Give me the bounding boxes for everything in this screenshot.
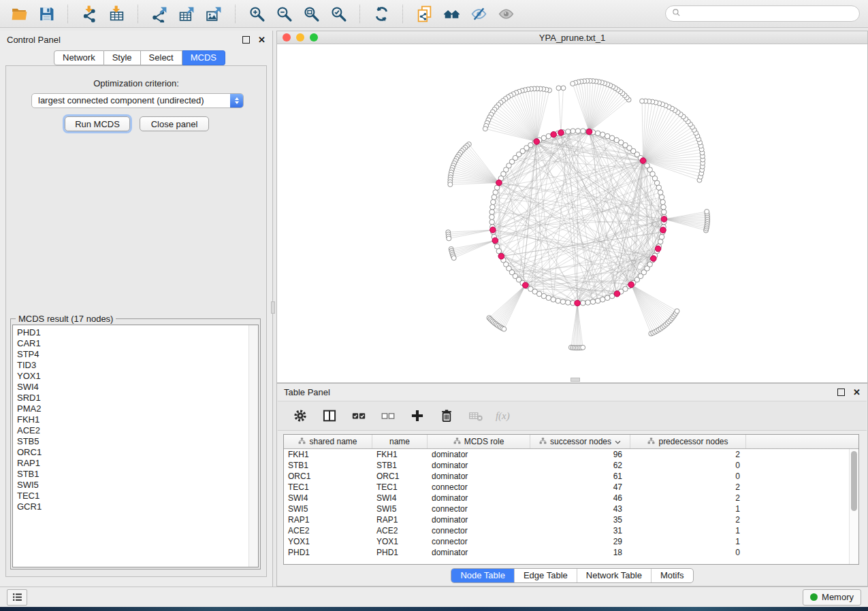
- mcds-result-item[interactable]: STB5: [13, 436, 258, 447]
- svg-text:f(x): f(x): [496, 410, 510, 422]
- hide-selected-icon[interactable]: [468, 3, 490, 24]
- table-row[interactable]: ORC1ORC1dominator610: [284, 471, 858, 482]
- deselect-all-icon[interactable]: [378, 406, 398, 425]
- column-header-label: MCDS role: [464, 437, 504, 446]
- mcds-result-item[interactable]: TEC1: [13, 491, 258, 501]
- save-session-icon[interactable]: [35, 3, 58, 24]
- close-panel-button[interactable]: Close panel: [140, 116, 209, 131]
- memory-button[interactable]: Memory: [803, 589, 861, 606]
- table-row[interactable]: YOX1YOX1connector291: [284, 536, 858, 547]
- import-table-icon[interactable]: [106, 3, 128, 24]
- mcds-result-item[interactable]: GCR1: [13, 501, 258, 512]
- table-cell: 1: [630, 536, 746, 547]
- table-row[interactable]: SWI4SWI4dominator462: [284, 493, 858, 503]
- tab-network[interactable]: Network: [54, 50, 104, 65]
- column-header-mcds-role[interactable]: MCDS role: [428, 435, 530, 448]
- network-canvas[interactable]: [277, 44, 867, 382]
- bottom-tab-motifs[interactable]: Motifs: [651, 569, 693, 582]
- zoom-selected-icon[interactable]: [327, 3, 350, 24]
- show-columns-icon[interactable]: [319, 406, 340, 425]
- tab-mcds[interactable]: MCDS: [182, 50, 225, 65]
- select-all-icon[interactable]: [349, 406, 369, 425]
- delete-column-icon[interactable]: [436, 406, 457, 425]
- create-column-icon[interactable]: [407, 406, 428, 425]
- mcds-result-item[interactable]: SWI5: [13, 480, 258, 491]
- network-graph[interactable]: [277, 44, 867, 382]
- task-history-button[interactable]: [7, 589, 27, 606]
- mcds-result-item[interactable]: SRD1: [13, 393, 258, 403]
- table-row[interactable]: PHD1PHD1dominator180: [284, 547, 858, 558]
- close-panel-icon[interactable]: ✕: [258, 35, 266, 44]
- table-cell: RAP1: [372, 514, 428, 525]
- mcds-result-item[interactable]: CAR1: [13, 338, 258, 349]
- tab-select[interactable]: Select: [141, 50, 182, 65]
- mcds-result-item[interactable]: STB1: [13, 469, 258, 480]
- window-minimize-icon[interactable]: [296, 33, 304, 42]
- result-list-scrollbar[interactable]: [248, 325, 258, 567]
- graph-ring-node: [489, 220, 495, 225]
- mcds-result-item[interactable]: YOX1: [13, 371, 258, 382]
- bottom-tab-edge-table[interactable]: Edge Table: [514, 569, 577, 582]
- mcds-result-item[interactable]: PMA2: [13, 403, 258, 414]
- optimization-criterion-label: Optimization criterion:: [6, 78, 266, 88]
- mcds-result-item[interactable]: PHD1: [13, 327, 258, 338]
- zoom-out-icon[interactable]: [273, 3, 295, 24]
- table-row[interactable]: SWI5SWI5connector431: [284, 503, 858, 514]
- table-cell: 96: [530, 449, 630, 460]
- mcds-result-item[interactable]: TID3: [13, 360, 258, 371]
- graph-hub-node: [490, 227, 496, 233]
- table-cell: TEC1: [372, 482, 428, 493]
- network-window-titlebar[interactable]: YPA_prune.txt_1: [277, 31, 867, 44]
- export-network-icon[interactable]: [148, 3, 171, 24]
- float-table-panel-icon[interactable]: [837, 389, 845, 396]
- bottom-tab-node-table[interactable]: Node Table: [451, 569, 514, 582]
- table-scrollbar[interactable]: [849, 449, 858, 564]
- table-settings-icon[interactable]: [290, 406, 310, 425]
- table-row[interactable]: STB1STB1dominator620: [284, 460, 858, 471]
- table-cell: dominator: [428, 460, 530, 471]
- refresh-icon[interactable]: [370, 3, 393, 24]
- show-all-icon[interactable]: [495, 3, 517, 24]
- window-close-icon[interactable]: [283, 33, 291, 42]
- tab-style[interactable]: Style: [104, 50, 141, 65]
- column-header-name[interactable]: name: [372, 435, 428, 448]
- optimization-criterion-select[interactable]: largest connected component (undirected): [31, 93, 244, 108]
- zoom-in-icon[interactable]: [246, 3, 268, 24]
- table-cell: 1: [630, 503, 746, 514]
- export-image-icon[interactable]: [203, 3, 225, 24]
- search-box[interactable]: [665, 5, 860, 22]
- mcds-result-item[interactable]: FKH1: [13, 414, 258, 425]
- zoom-fit-icon[interactable]: [300, 3, 323, 24]
- mcds-result-item[interactable]: SWI4: [13, 382, 258, 393]
- mcds-result-item[interactable]: ORC1: [13, 447, 258, 458]
- table-cell: connector: [428, 482, 530, 493]
- table-cell: dominator: [428, 471, 530, 482]
- bottom-tab-network-table[interactable]: Network Table: [577, 569, 651, 582]
- graph-ring-node: [661, 205, 666, 210]
- export-table-icon[interactable]: [176, 3, 198, 24]
- main-toolbar: [0, 0, 868, 28]
- column-header-predecessor-nodes[interactable]: predecessor nodes: [630, 435, 746, 448]
- column-header-shared-name[interactable]: shared name: [284, 435, 372, 448]
- new-network-from-selection-icon[interactable]: [413, 3, 436, 24]
- column-header-successor-nodes[interactable]: successor nodes: [530, 435, 630, 448]
- close-table-panel-icon[interactable]: ✕: [853, 388, 861, 397]
- horizontal-splitter-handle[interactable]: [570, 378, 580, 382]
- search-input[interactable]: [685, 8, 853, 20]
- table-row[interactable]: TEC1TEC1connector472: [284, 482, 858, 493]
- run-mcds-button[interactable]: Run MCDS: [65, 116, 130, 131]
- mcds-result-item[interactable]: RAP1: [13, 458, 258, 469]
- mcds-result-item[interactable]: ACE2: [13, 425, 258, 436]
- table-scrollbar-thumb[interactable]: [851, 451, 857, 511]
- table-row[interactable]: ACE2ACE2connector311: [284, 525, 858, 536]
- table-row[interactable]: FKH1FKH1dominator962: [284, 449, 858, 460]
- float-panel-icon[interactable]: [242, 36, 250, 44]
- table-row[interactable]: RAP1RAP1dominator352: [284, 514, 858, 525]
- first-neighbors-icon[interactable]: [440, 3, 463, 24]
- mcds-result-title: MCDS result (17 nodes): [16, 314, 116, 324]
- import-network-icon[interactable]: [78, 3, 101, 24]
- mcds-result-item[interactable]: STP4: [13, 349, 258, 360]
- window-zoom-icon[interactable]: [310, 33, 318, 42]
- open-file-icon[interactable]: [8, 3, 31, 24]
- vertical-splitter-handle[interactable]: [271, 301, 275, 314]
